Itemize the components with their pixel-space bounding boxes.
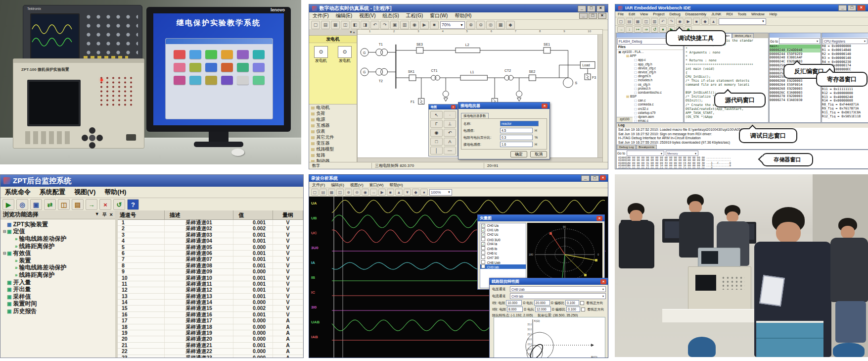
tree-item[interactable]: » 输电线路差动保护	[0, 264, 115, 272]
debug-toolbar-icon[interactable]: ↓	[626, 26, 633, 33]
menu-item[interactable]: 窗口(W)	[426, 12, 451, 19]
toolbar-icon[interactable]: ↷	[380, 21, 389, 29]
menu-item[interactable]: 文件(F)	[309, 182, 328, 188]
table-row[interactable]: 13 采样通道13 0.001 V	[118, 294, 303, 300]
zone2-direction-checkbox[interactable]	[581, 308, 585, 311]
checkbox[interactable]: ✓	[481, 224, 485, 228]
goto-combo[interactable]: ▼	[779, 38, 820, 44]
generator-cell[interactable]: ⊙ 发电机	[314, 46, 328, 63]
menu-item[interactable]: Tools	[735, 12, 749, 16]
maximize-button[interactable]: □	[591, 175, 599, 181]
file-tree-item[interactable]: ▢ can.c	[617, 99, 683, 103]
cancel-button[interactable]: 取消	[530, 151, 547, 157]
menu-item[interactable]: 帮助(H)	[451, 12, 475, 19]
palette-item[interactable]: ▤负荷	[309, 110, 357, 116]
palette-close-icon[interactable]: ×	[353, 30, 355, 35]
app-icon[interactable]	[189, 50, 201, 59]
tree-item[interactable]: ▣ 装置时间	[0, 301, 115, 308]
close-button[interactable]: ×	[857, 5, 866, 11]
vector-channel-item[interactable]: ✓ CH0 Ua	[480, 223, 526, 228]
table-row[interactable]: 14 采样通道14 0.000 V	[118, 300, 303, 306]
tree-item[interactable]: ▣ 开入量	[0, 279, 115, 286]
vector-channel-item[interactable]: CH8 Uab	[480, 260, 526, 264]
dialog-tab[interactable]: 接地电抗器参数	[461, 113, 489, 118]
file-tree-item[interactable]: ▢ includes.h	[617, 78, 683, 82]
vector-channel-item[interactable]: CH6 Ic	[480, 251, 526, 255]
toolbox-tool[interactable]: ⊥	[444, 120, 456, 128]
app-icon[interactable]	[237, 76, 249, 85]
voltage-channel-select[interactable]: CH8 Uab▼	[510, 286, 606, 292]
toolbar-icon[interactable]: ▥	[400, 21, 409, 29]
tree-item[interactable]: ▣ 采样值	[0, 293, 115, 301]
memory-goto-combo[interactable]: ▼	[627, 151, 664, 156]
toolbar-icon[interactable]: ◫	[341, 21, 350, 29]
vector-channel-item[interactable]: ✓ CH1 Ub	[480, 228, 526, 232]
file-tree-item[interactable]: ▢ crc32.c	[617, 107, 683, 111]
table-row[interactable]: 2 采样通道02 0.002 V	[118, 226, 303, 232]
toolbar-icon[interactable]: ▣	[30, 199, 42, 210]
file-tree-item[interactable]: ▢ app_cfg.h	[617, 62, 683, 66]
file-tree-item[interactable]: ▣ zpt100 - FLA…	[617, 50, 683, 54]
app-icon[interactable]	[221, 50, 233, 59]
toolbar-icon[interactable]: ▦	[496, 21, 505, 29]
toolbar-icon[interactable]: ⇄	[44, 199, 56, 210]
file-tree-item[interactable]: ▢ app.c	[617, 58, 683, 62]
editor-tab[interactable]: device_cfg.c	[732, 33, 753, 38]
zoom-select[interactable]: 70%▼	[440, 21, 465, 29]
column-header[interactable]: 量纲	[273, 210, 303, 219]
device-keypad[interactable]	[25, 131, 73, 144]
toolbar-icon[interactable]: ◉	[362, 189, 369, 196]
menu-item[interactable]: 窗口(W)	[366, 182, 387, 188]
vector-channel-item[interactable]: ✓ CH2 Uc	[480, 232, 526, 237]
menu-item[interactable]: 视图(V)	[356, 12, 379, 19]
log-tab[interactable]: Debug Log	[617, 145, 636, 149]
toolbar-icon[interactable]: ⊖	[353, 189, 361, 196]
generator-cell[interactable]: ⊙ 发电机	[338, 46, 352, 63]
zone2-offset-field[interactable]: 0.100	[566, 307, 580, 312]
toolbar-icon[interactable]: ◧	[351, 21, 360, 29]
pin-icon[interactable]: 푸	[102, 211, 107, 218]
menu-item[interactable]: Project	[650, 12, 667, 16]
toolbar-icon[interactable]: ◎	[486, 21, 495, 29]
menu-item[interactable]: 视图(V)	[70, 188, 100, 197]
menu-item[interactable]: 组态(S)	[379, 12, 402, 19]
child-close-button[interactable]: ×	[598, 13, 606, 19]
toolbar-icon[interactable]: ▣	[390, 21, 399, 29]
checkbox[interactable]	[481, 251, 485, 255]
close-button[interactable]: ×	[596, 5, 605, 12]
app-icon[interactable]	[237, 50, 249, 59]
tree-close-icon[interactable]: ×	[110, 211, 113, 218]
app-icon[interactable]	[205, 50, 217, 59]
dialog-close-icon[interactable]: ×	[542, 103, 548, 108]
menu-item[interactable]: Help	[767, 12, 779, 16]
table-row[interactable]: 21 采样通道21 0.001 A	[118, 343, 303, 349]
table-row[interactable]: 20 采样通道20 0.000 A	[118, 336, 303, 342]
menu-item[interactable]: 文件(F)	[309, 12, 332, 19]
toolbar-icon[interactable]: ▦	[331, 21, 340, 29]
expander-icon[interactable]: ⊟	[2, 251, 7, 256]
toolbar-icon[interactable]: ↷	[668, 18, 675, 25]
menu-item[interactable]: Disassembly	[683, 12, 709, 16]
toolbar-icon[interactable]: ▲	[395, 189, 403, 196]
tree-item[interactable]: ⊟ ▣ 定值	[0, 228, 115, 236]
zone1-offset-field[interactable]: 0.100	[565, 300, 579, 306]
toolbox-tool[interactable]: A	[444, 138, 456, 146]
toolbox-tool[interactable]: □	[430, 138, 443, 146]
toolbar-icon[interactable]: ?	[127, 199, 139, 210]
menu-item[interactable]: JLINK	[709, 12, 724, 16]
toolbar-icon[interactable]: ●	[420, 189, 428, 196]
toolbar-icon[interactable]: ▤	[72, 199, 84, 210]
palette-item[interactable]: ▤电动机	[309, 104, 357, 110]
toolbar-icon[interactable]: ◉	[676, 18, 684, 25]
checkbox[interactable]	[481, 246, 485, 250]
toolbar-icon[interactable]: ▢	[617, 18, 625, 25]
device-power-switch[interactable]	[126, 134, 136, 141]
toolbar-icon[interactable]: ▤	[626, 18, 633, 25]
memory-zone-combo[interactable]: Memory▼	[666, 151, 698, 156]
file-tree-item[interactable]: ▢ protect.h	[617, 87, 683, 91]
toolbar-icon[interactable]: ▶	[378, 189, 386, 196]
palette-collapse-icon[interactable]: ▾	[350, 30, 352, 34]
name-field[interactable]: reactor	[500, 121, 539, 126]
table-row[interactable]: 5 采样通道05 0.000 V	[118, 245, 303, 251]
table-row[interactable]: 7 采样通道07 0.001 V	[118, 257, 303, 262]
